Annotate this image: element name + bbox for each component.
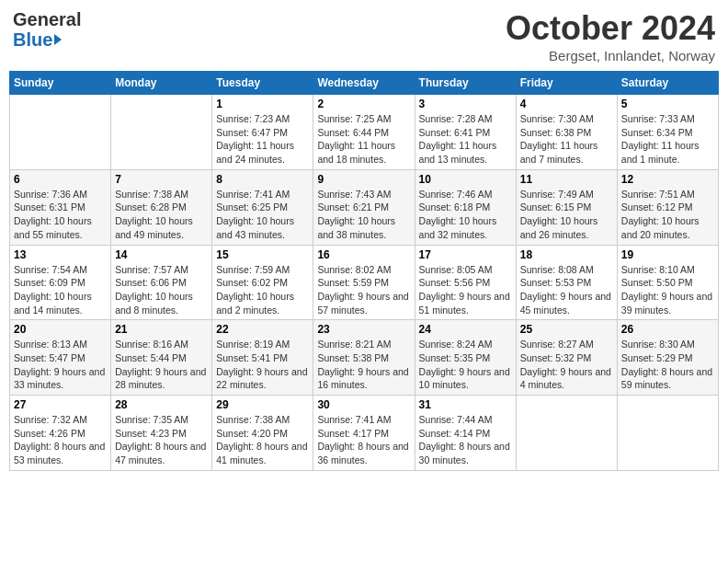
day-info: Sunrise: 8:30 AM Sunset: 5:29 PM Dayligh… bbox=[621, 338, 714, 392]
day-info: Sunrise: 7:46 AM Sunset: 6:18 PM Dayligh… bbox=[419, 188, 512, 242]
calendar-cell: 26Sunrise: 8:30 AM Sunset: 5:29 PM Dayli… bbox=[617, 320, 718, 396]
day-number: 26 bbox=[621, 323, 714, 336]
day-number: 31 bbox=[419, 398, 512, 411]
weekday-header-row: SundayMondayTuesdayWednesdayThursdayFrid… bbox=[10, 72, 719, 95]
day-info: Sunrise: 7:36 AM Sunset: 6:31 PM Dayligh… bbox=[14, 188, 107, 242]
day-info: Sunrise: 8:27 AM Sunset: 5:32 PM Dayligh… bbox=[520, 338, 613, 392]
location: Bergset, Innlandet, Norway bbox=[506, 48, 715, 63]
day-info: Sunrise: 7:25 AM Sunset: 6:44 PM Dayligh… bbox=[317, 112, 410, 167]
day-number: 30 bbox=[317, 398, 410, 411]
weekday-header-saturday: Saturday bbox=[617, 72, 718, 95]
day-number: 4 bbox=[520, 98, 613, 110]
day-info: Sunrise: 7:28 AM Sunset: 6:41 PM Dayligh… bbox=[419, 112, 512, 167]
day-number: 2 bbox=[317, 98, 410, 110]
day-info: Sunrise: 7:38 AM Sunset: 6:28 PM Dayligh… bbox=[115, 188, 208, 242]
calendar-cell: 4Sunrise: 7:30 AM Sunset: 6:38 PM Daylig… bbox=[516, 95, 617, 170]
logo-blue: Blue bbox=[13, 29, 62, 50]
calendar-table: SundayMondayTuesdayWednesdayThursdayFrid… bbox=[9, 71, 719, 471]
calendar-cell bbox=[10, 95, 111, 170]
day-info: Sunrise: 8:05 AM Sunset: 5:56 PM Dayligh… bbox=[419, 263, 512, 317]
calendar-cell: 31Sunrise: 7:44 AM Sunset: 4:14 PM Dayli… bbox=[415, 396, 516, 471]
calendar-cell: 7Sunrise: 7:38 AM Sunset: 6:28 PM Daylig… bbox=[111, 169, 212, 245]
calendar-cell: 13Sunrise: 7:54 AM Sunset: 6:09 PM Dayli… bbox=[10, 245, 111, 320]
calendar-cell: 20Sunrise: 8:13 AM Sunset: 5:47 PM Dayli… bbox=[10, 320, 111, 396]
calendar-cell: 6Sunrise: 7:36 AM Sunset: 6:31 PM Daylig… bbox=[10, 169, 111, 245]
day-info: Sunrise: 8:24 AM Sunset: 5:35 PM Dayligh… bbox=[419, 338, 512, 392]
weekday-header-monday: Monday bbox=[111, 72, 212, 95]
calendar-cell: 12Sunrise: 7:51 AM Sunset: 6:12 PM Dayli… bbox=[617, 169, 718, 245]
day-number: 7 bbox=[115, 173, 208, 186]
calendar-cell: 11Sunrise: 7:49 AM Sunset: 6:15 PM Dayli… bbox=[516, 169, 617, 245]
weekday-header-sunday: Sunday bbox=[10, 72, 111, 95]
day-info: Sunrise: 7:30 AM Sunset: 6:38 PM Dayligh… bbox=[520, 112, 613, 167]
logo-general: General bbox=[13, 9, 81, 29]
weekday-header-friday: Friday bbox=[516, 72, 617, 95]
calendar-cell: 16Sunrise: 8:02 AM Sunset: 5:59 PM Dayli… bbox=[313, 245, 415, 320]
day-number: 19 bbox=[621, 248, 714, 261]
day-info: Sunrise: 7:41 AM Sunset: 4:17 PM Dayligh… bbox=[317, 413, 410, 467]
day-number: 25 bbox=[520, 323, 613, 336]
weekday-header-wednesday: Wednesday bbox=[313, 72, 415, 95]
day-number: 10 bbox=[419, 173, 512, 186]
calendar-cell: 18Sunrise: 8:08 AM Sunset: 5:53 PM Dayli… bbox=[516, 245, 617, 320]
calendar-cell: 5Sunrise: 7:33 AM Sunset: 6:34 PM Daylig… bbox=[617, 95, 718, 170]
calendar-cell bbox=[111, 95, 212, 170]
day-info: Sunrise: 8:10 AM Sunset: 5:50 PM Dayligh… bbox=[621, 263, 714, 317]
day-number: 14 bbox=[115, 248, 208, 261]
day-info: Sunrise: 7:49 AM Sunset: 6:15 PM Dayligh… bbox=[520, 188, 613, 242]
day-info: Sunrise: 8:02 AM Sunset: 5:59 PM Dayligh… bbox=[317, 263, 410, 317]
calendar-week-row: 13Sunrise: 7:54 AM Sunset: 6:09 PM Dayli… bbox=[10, 245, 719, 320]
calendar-cell: 2Sunrise: 7:25 AM Sunset: 6:44 PM Daylig… bbox=[313, 95, 415, 170]
day-number: 12 bbox=[621, 173, 714, 186]
calendar-cell: 19Sunrise: 8:10 AM Sunset: 5:50 PM Dayli… bbox=[617, 245, 718, 320]
calendar-cell: 22Sunrise: 8:19 AM Sunset: 5:41 PM Dayli… bbox=[212, 320, 313, 396]
day-info: Sunrise: 7:38 AM Sunset: 4:20 PM Dayligh… bbox=[216, 413, 309, 467]
day-info: Sunrise: 7:57 AM Sunset: 6:06 PM Dayligh… bbox=[115, 263, 208, 317]
logo: General Blue bbox=[13, 9, 81, 50]
calendar-cell: 15Sunrise: 7:59 AM Sunset: 6:02 PM Dayli… bbox=[212, 245, 313, 320]
calendar-cell: 3Sunrise: 7:28 AM Sunset: 6:41 PM Daylig… bbox=[415, 95, 516, 170]
calendar-cell: 17Sunrise: 8:05 AM Sunset: 5:56 PM Dayli… bbox=[415, 245, 516, 320]
calendar-cell bbox=[617, 396, 718, 471]
calendar-week-row: 20Sunrise: 8:13 AM Sunset: 5:47 PM Dayli… bbox=[10, 320, 719, 396]
calendar-cell: 25Sunrise: 8:27 AM Sunset: 5:32 PM Dayli… bbox=[516, 320, 617, 396]
day-info: Sunrise: 7:51 AM Sunset: 6:12 PM Dayligh… bbox=[621, 188, 714, 242]
day-number: 8 bbox=[216, 173, 309, 186]
day-number: 23 bbox=[317, 323, 410, 336]
calendar-cell: 28Sunrise: 7:35 AM Sunset: 4:23 PM Dayli… bbox=[111, 396, 212, 471]
calendar-cell bbox=[516, 396, 617, 471]
day-info: Sunrise: 7:43 AM Sunset: 6:21 PM Dayligh… bbox=[317, 188, 410, 242]
calendar-cell: 29Sunrise: 7:38 AM Sunset: 4:20 PM Dayli… bbox=[212, 396, 313, 471]
day-number: 21 bbox=[115, 323, 208, 336]
logo-arrow-icon bbox=[54, 34, 62, 45]
day-number: 20 bbox=[14, 323, 107, 336]
day-number: 28 bbox=[115, 398, 208, 411]
month-title: October 2024 bbox=[506, 9, 715, 48]
calendar-cell: 9Sunrise: 7:43 AM Sunset: 6:21 PM Daylig… bbox=[313, 169, 415, 245]
calendar-week-row: 1Sunrise: 7:23 AM Sunset: 6:47 PM Daylig… bbox=[10, 95, 719, 170]
day-number: 16 bbox=[317, 248, 410, 261]
day-number: 27 bbox=[14, 398, 107, 411]
day-info: Sunrise: 8:21 AM Sunset: 5:38 PM Dayligh… bbox=[317, 338, 410, 392]
weekday-header-thursday: Thursday bbox=[415, 72, 516, 95]
day-number: 1 bbox=[216, 98, 309, 110]
day-number: 6 bbox=[14, 173, 107, 186]
calendar-week-row: 27Sunrise: 7:32 AM Sunset: 4:26 PM Dayli… bbox=[10, 396, 719, 471]
calendar-cell: 27Sunrise: 7:32 AM Sunset: 4:26 PM Dayli… bbox=[10, 396, 111, 471]
page-header: General Blue October 2024 Bergset, Innla… bbox=[9, 9, 719, 63]
title-area: October 2024 Bergset, Innlandet, Norway bbox=[506, 9, 715, 63]
day-number: 5 bbox=[621, 98, 714, 110]
day-info: Sunrise: 7:35 AM Sunset: 4:23 PM Dayligh… bbox=[115, 413, 208, 467]
day-number: 24 bbox=[419, 323, 512, 336]
day-info: Sunrise: 8:16 AM Sunset: 5:44 PM Dayligh… bbox=[115, 338, 208, 392]
day-number: 15 bbox=[216, 248, 309, 261]
calendar-cell: 14Sunrise: 7:57 AM Sunset: 6:06 PM Dayli… bbox=[111, 245, 212, 320]
calendar-cell: 30Sunrise: 7:41 AM Sunset: 4:17 PM Dayli… bbox=[313, 396, 415, 471]
calendar-cell: 24Sunrise: 8:24 AM Sunset: 5:35 PM Dayli… bbox=[415, 320, 516, 396]
day-info: Sunrise: 7:54 AM Sunset: 6:09 PM Dayligh… bbox=[14, 263, 107, 317]
day-info: Sunrise: 7:59 AM Sunset: 6:02 PM Dayligh… bbox=[216, 263, 309, 317]
day-info: Sunrise: 8:19 AM Sunset: 5:41 PM Dayligh… bbox=[216, 338, 309, 392]
day-number: 9 bbox=[317, 173, 410, 186]
day-number: 11 bbox=[520, 173, 613, 186]
day-number: 29 bbox=[216, 398, 309, 411]
